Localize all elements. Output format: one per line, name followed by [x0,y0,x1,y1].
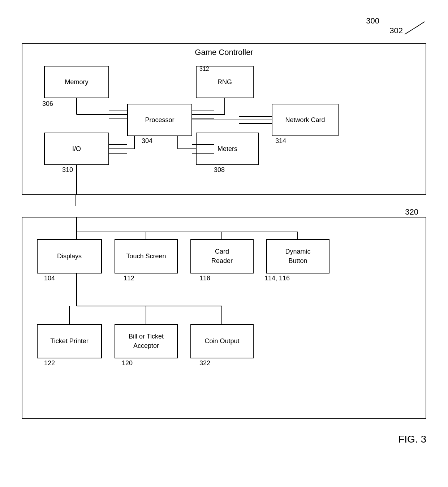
ref-displays: 104 [44,275,55,282]
ref-320: 320 [405,207,418,217]
ref-processor: 304 [142,137,152,145]
diagram-wrapper: 300 302 Game Controller Memory 306 RNG 3… [22,14,426,445]
dynamic-button-box: Dynamic Button [266,239,329,273]
game-controller-title: Game Controller [22,44,426,59]
figure-label: FIG. 3 [398,434,426,445]
touch-screen-box: Touch Screen [115,239,178,273]
game-controller-box: Game Controller Memory 306 RNG 312 Proce… [22,43,426,195]
ref-coin-output: 322 [199,359,210,367]
coin-output-box: Coin Output [190,324,254,358]
ref-card-reader: 118 [199,275,210,282]
ref-302: 302 [389,26,403,35]
io-box: I/O [44,133,109,165]
ref-dynamic-button: 114, 116 [264,275,290,282]
ticket-printer-box: Ticket Printer [37,324,102,358]
meters-box: Meters [196,133,259,165]
ref-meters: 308 [214,166,225,174]
svg-line-1 [419,22,425,25]
ref-bill-acceptor: 120 [122,359,133,367]
ref-touch-screen: 112 [124,275,134,282]
network-card-box: Network Card [272,104,339,136]
card-reader-box: Card Reader [190,239,254,273]
ref-ticket-printer: 122 [44,359,55,367]
ref-memory: 306 [42,100,53,108]
ref-300: 300 [366,16,379,26]
ref-rng: 312 [199,66,209,72]
memory-box: Memory [44,66,109,98]
ref-io: 310 [62,166,73,174]
processor-box: Processor [127,104,192,136]
displays-box: Displays [37,239,102,273]
svg-line-0 [405,25,419,34]
io-devices-box: 320 Displays 104 Touch Screen 112 Card R… [22,217,426,419]
ref-network-card: 314 [275,137,286,145]
inter-box-connector [22,195,426,206]
bill-acceptor-box: Bill or Ticket Acceptor [115,324,178,358]
ref-area: 300 302 [22,14,426,43]
